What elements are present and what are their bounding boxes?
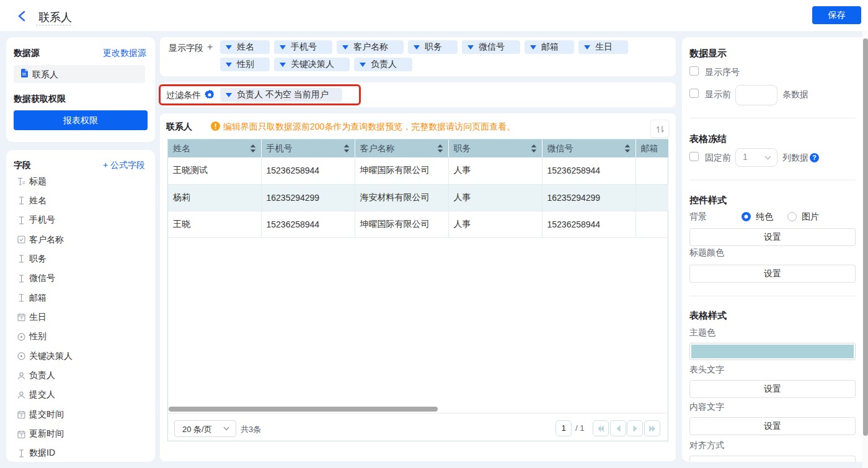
svg-text:?: ? <box>812 154 816 161</box>
